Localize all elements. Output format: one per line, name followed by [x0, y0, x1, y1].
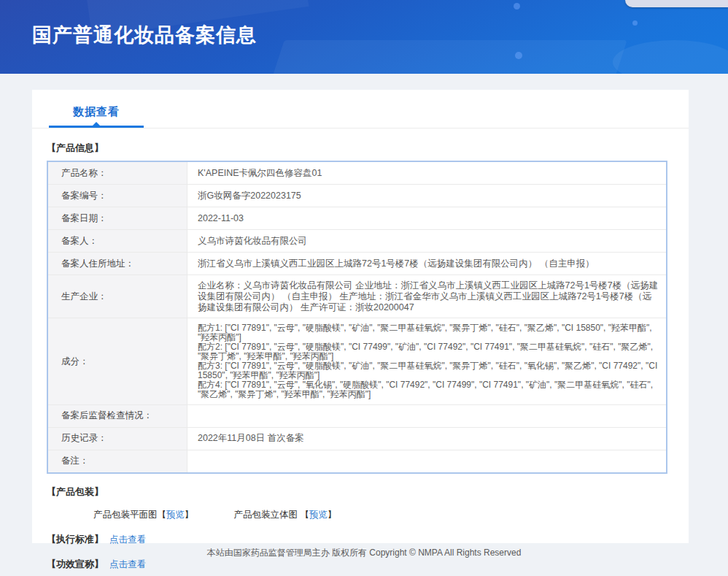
ingredient-formula-line: 配方1: ["CI 77891", "云母", "硬脂酸镁", "矿油", "聚…	[198, 323, 659, 342]
row-label: 生产企业：	[48, 275, 187, 318]
ingredient-formula-line: 配方4: ["CI 77891", "云母", "氧化锡", "硬脂酸镁", "…	[198, 380, 659, 399]
top-right-light-bar	[625, 0, 728, 7]
bracket: 】	[328, 510, 337, 520]
efficacy-row: 【功效宣称】点击查看	[47, 558, 689, 571]
header-decorative-polygon	[270, 40, 627, 74]
packaging-flat-label: 产品包装平面图	[93, 510, 158, 520]
page-header: 国产普通化妆品备案信息	[0, 0, 728, 74]
packaging-stereo-group: 产品包装立体图 【预览】	[234, 510, 337, 520]
row-value: 企业名称：义乌市诗茵化妆品有限公司 企业地址：浙江省义乌市上溪镇义西工业园区上城…	[187, 275, 666, 318]
table-row: 备案编号：浙G妆网备字2022023175	[48, 185, 666, 207]
packaging-flat-preview-link[interactable]: 预览	[166, 510, 185, 520]
packaging-stereo-preview-link[interactable]: 预览	[309, 510, 328, 520]
content-card: 数据查看 【产品信息】 产品名称：K'APEINE卡佩尔四色修容盘01备案编号：…	[32, 90, 689, 543]
table-row: 备注：	[48, 450, 666, 472]
table-row: 产品名称：K'APEINE卡佩尔四色修容盘01	[48, 162, 666, 185]
standard-row: 【执行标准】点击查看	[47, 533, 689, 546]
ingredient-formula-line: 配方3: ["CI 77891", "云母", "硬脂酸镁", "矿油", "聚…	[198, 361, 659, 380]
row-value: 2022年11月08日 首次备案	[187, 428, 666, 450]
bracket: 【	[300, 510, 309, 520]
table-row: 备案后监督检查情况：	[48, 405, 666, 428]
efficacy-label: 【功效宣称】	[47, 558, 104, 569]
row-value: 义乌市诗茵化妆品有限公司	[187, 230, 666, 252]
table-row: 备案人住所地址：浙江省义乌市上溪镇义西工业园区上城路72号1号楼7楼（远扬建设集…	[48, 253, 666, 275]
row-value: 浙江省义乌市上溪镇义西工业园区上城路72号1号楼7楼（远扬建设集团有限公司内） …	[187, 253, 666, 274]
header-decorative-blob	[613, 40, 728, 74]
row-value: 配方1: ["CI 77891", "云母", "硬脂酸镁", "矿油", "聚…	[187, 318, 666, 404]
table-row: 生产企业：企业名称：义乌市诗茵化妆品有限公司 企业地址：浙江省义乌市上溪镇义西工…	[48, 275, 666, 318]
bracket: 】	[185, 510, 194, 520]
page-title: 国产普通化妆品备案信息	[32, 22, 257, 48]
table-row: 历史记录：2022年11月08日 首次备案	[48, 428, 666, 450]
row-value	[187, 405, 666, 427]
row-label: 产品名称：	[48, 162, 187, 184]
row-value: 浙G妆网备字2022023175	[187, 185, 666, 207]
standard-label: 【执行标准】	[47, 534, 104, 545]
row-label: 备案人：	[48, 230, 187, 252]
row-label: 备案日期：	[48, 207, 187, 229]
row-label: 备案编号：	[48, 185, 187, 207]
tab-bar: 数据查看	[32, 90, 689, 128]
ingredient-formula-line: 配方2: ["CI 77891", "云母", "硬脂酸镁", "CI 7749…	[198, 342, 659, 361]
row-label: 备案后监督检查情况：	[48, 405, 187, 427]
row-label: 备注：	[48, 450, 187, 472]
row-value: K'APEINE卡佩尔四色修容盘01	[187, 162, 666, 184]
footer-copyright: 本站由国家药品监督管理局主办 版权所有 Copyright © NMPA All…	[0, 547, 728, 559]
row-value	[187, 450, 666, 472]
row-value: 2022-11-03	[187, 207, 666, 229]
bracket: 【	[158, 510, 167, 520]
packaging-previews: 产品包装平面图【预览】产品包装立体图 【预览】	[93, 509, 689, 521]
section-title-product-info: 【产品信息】	[47, 142, 689, 155]
efficacy-view-link[interactable]: 点击查看	[109, 559, 146, 569]
table-row: 备案人：义乌市诗茵化妆品有限公司	[48, 230, 666, 253]
standard-view-link[interactable]: 点击查看	[109, 534, 146, 545]
header-decorative-dot	[514, 3, 520, 9]
table-row: 备案日期：2022-11-03	[48, 207, 666, 230]
row-label: 历史记录：	[48, 428, 187, 450]
row-label: 成分：	[48, 318, 187, 404]
tab-data-view[interactable]: 数据查看	[73, 105, 120, 119]
packaging-flat-group: 产品包装平面图【预览】	[93, 510, 194, 520]
table-row: 成分：配方1: ["CI 77891", "云母", "硬脂酸镁", "矿油",…	[48, 318, 666, 404]
row-label: 备案人住所地址：	[48, 253, 187, 274]
packaging-stereo-label: 产品包装立体图	[234, 510, 301, 520]
header-decorative-dot	[632, 20, 638, 26]
product-info-table: 产品名称：K'APEINE卡佩尔四色修容盘01备案编号：浙G妆网备字202202…	[47, 161, 667, 474]
tab-active-underline	[49, 126, 144, 128]
section-title-packaging: 【产品包装】	[47, 485, 689, 499]
header-decorative-dot	[515, 52, 522, 59]
